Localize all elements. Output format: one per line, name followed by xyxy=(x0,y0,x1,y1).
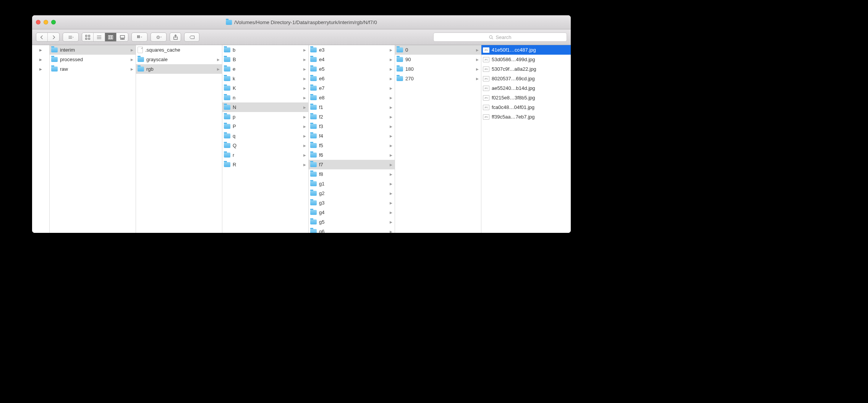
folder-row[interactable]: f6▶ xyxy=(309,150,395,160)
folder-row[interactable]: rgb▶ xyxy=(136,64,222,74)
file-row[interactable]: f0215e8…3f8b5.jpg xyxy=(481,93,571,102)
file-row[interactable]: ae55240…b14d.jpg xyxy=(481,83,571,93)
group-menu-button[interactable] xyxy=(132,33,147,41)
folder-icon xyxy=(224,105,230,110)
folder-row[interactable]: g6▶ xyxy=(309,227,395,233)
folder-row[interactable]: n▶ xyxy=(222,93,308,102)
folder-row[interactable]: g5▶ xyxy=(309,217,395,227)
file-row[interactable]: 41e50f1…cc487.jpg xyxy=(481,45,571,55)
folder-row[interactable]: e3▶ xyxy=(309,45,395,55)
folder-row[interactable]: e8▶ xyxy=(309,93,395,102)
folder-row[interactable]: g1▶ xyxy=(309,179,395,188)
folder-row[interactable]: r▶ xyxy=(222,150,308,160)
file-row[interactable]: 8020537…69cd.jpg xyxy=(481,74,571,83)
view-gallery-button[interactable] xyxy=(117,33,128,41)
disclosure-row[interactable]: ▶ xyxy=(32,45,49,55)
action-menu-button[interactable] xyxy=(151,33,166,41)
back-button[interactable] xyxy=(36,33,48,41)
search-field[interactable]: Search xyxy=(433,32,567,42)
path-menu-button[interactable] xyxy=(63,33,78,41)
column-5[interactable]: 0▶90▶180▶270▶ xyxy=(395,45,481,233)
folder-row[interactable]: grayscale▶ xyxy=(136,55,222,64)
disclosure-row[interactable]: ▶ xyxy=(32,55,49,64)
file-row[interactable]: 5307c9f…a8a22.jpg xyxy=(481,64,571,74)
folder-row[interactable]: f4▶ xyxy=(309,131,395,141)
folder-icon xyxy=(397,57,403,62)
folder-row[interactable]: e▶ xyxy=(222,64,308,74)
folder-row[interactable]: e6▶ xyxy=(309,74,395,83)
folder-icon xyxy=(224,114,230,119)
folder-icon xyxy=(310,229,317,233)
item-label: n xyxy=(233,95,235,101)
folder-row[interactable]: k▶ xyxy=(222,74,308,83)
folder-row[interactable]: q▶ xyxy=(222,131,308,141)
folder-row[interactable]: 90▶ xyxy=(395,55,481,64)
minimize-button[interactable] xyxy=(44,20,48,24)
chevron-right-icon: ▶ xyxy=(303,106,306,109)
file-row[interactable]: ff39c5aa…7eb7.jpg xyxy=(481,112,571,122)
item-label: e3 xyxy=(319,47,324,53)
folder-row[interactable]: Q▶ xyxy=(222,141,308,150)
folder-row[interactable]: P▶ xyxy=(222,122,308,131)
folder-row[interactable]: f3▶ xyxy=(309,122,395,131)
tags-button[interactable] xyxy=(184,32,199,42)
folder-row[interactable]: f5▶ xyxy=(309,141,395,150)
folder-row[interactable]: g3▶ xyxy=(309,198,395,208)
group-dropdown[interactable] xyxy=(131,32,147,42)
item-label: interim xyxy=(60,47,75,53)
folder-row[interactable]: raw▶ xyxy=(50,64,136,74)
chevron-right-icon: ▶ xyxy=(476,77,479,81)
column-1[interactable]: interim▶processed▶raw▶ xyxy=(50,45,136,233)
view-column-button[interactable] xyxy=(105,33,117,41)
folder-row[interactable]: b▶ xyxy=(222,45,308,55)
folder-row[interactable]: 270▶ xyxy=(395,74,481,83)
folder-row[interactable]: 180▶ xyxy=(395,64,481,74)
item-label: 8020537…69cd.jpg xyxy=(492,76,535,81)
folder-row[interactable]: B▶ xyxy=(222,55,308,64)
folder-row[interactable]: e4▶ xyxy=(309,55,395,64)
titlebar[interactable]: /Volumes/Home Directory-1/Data/raspberry… xyxy=(32,15,571,29)
folder-row[interactable]: p▶ xyxy=(222,112,308,122)
folder-row[interactable]: 0▶ xyxy=(395,45,481,55)
disclosure-triangle-icon[interactable]: ▶ xyxy=(39,67,43,71)
forward-button[interactable] xyxy=(48,33,59,41)
file-row[interactable]: fca0c48…04f01.jpg xyxy=(481,102,571,112)
close-button[interactable] xyxy=(36,20,40,24)
folder-row[interactable]: g2▶ xyxy=(309,188,395,198)
disclosure-row[interactable]: ▶ xyxy=(32,64,49,74)
folder-row[interactable]: N▶ xyxy=(222,102,308,112)
folder-row[interactable]: f2▶ xyxy=(309,112,395,122)
chevron-right-icon: ▶ xyxy=(476,48,479,52)
folder-row[interactable]: f1▶ xyxy=(309,102,395,112)
view-icon-button[interactable] xyxy=(82,33,94,41)
folder-row[interactable]: f8▶ xyxy=(309,169,395,179)
view-list-button[interactable] xyxy=(94,33,105,41)
folder-icon xyxy=(310,76,317,81)
folder-row[interactable]: g4▶ xyxy=(309,208,395,217)
folder-row[interactable]: R▶ xyxy=(222,160,308,169)
folder-row[interactable]: processed▶ xyxy=(50,55,136,64)
folder-row[interactable]: e7▶ xyxy=(309,83,395,93)
disclosure-triangle-icon[interactable]: ▶ xyxy=(39,58,43,62)
disclosure-triangle-icon[interactable]: ▶ xyxy=(39,48,43,52)
folder-row[interactable]: K▶ xyxy=(222,83,308,93)
folder-row[interactable]: f7▶ xyxy=(309,160,395,169)
column-3[interactable]: b▶B▶e▶k▶K▶n▶N▶p▶P▶q▶Q▶r▶R▶ xyxy=(222,45,309,233)
column-0[interactable]: ▶▶▶ xyxy=(32,45,50,233)
file-row[interactable]: 53d0586…499d.jpg xyxy=(481,55,571,64)
item-label: R xyxy=(233,162,236,167)
folder-row[interactable]: interim▶ xyxy=(50,45,136,55)
share-button[interactable] xyxy=(170,32,181,42)
column-4[interactable]: e3▶e4▶e5▶e6▶e7▶e8▶f1▶f2▶f3▶f4▶f5▶f6▶f7▶f… xyxy=(309,45,395,233)
action-dropdown[interactable] xyxy=(151,32,167,42)
item-label: g4 xyxy=(319,210,324,215)
zoom-button[interactable] xyxy=(51,20,56,24)
file-row[interactable]: .squares_cache xyxy=(136,45,222,55)
item-label: f1 xyxy=(319,104,323,110)
chevron-right-icon: ▶ xyxy=(390,115,392,119)
column-2[interactable]: .squares_cachegrayscale▶rgb▶ xyxy=(136,45,222,233)
column-6[interactable]: 41e50f1…cc487.jpg53d0586…499d.jpg5307c9f… xyxy=(481,45,571,233)
folder-row[interactable]: e5▶ xyxy=(309,64,395,74)
path-dropdown[interactable] xyxy=(63,32,79,42)
item-label: g6 xyxy=(319,229,324,233)
